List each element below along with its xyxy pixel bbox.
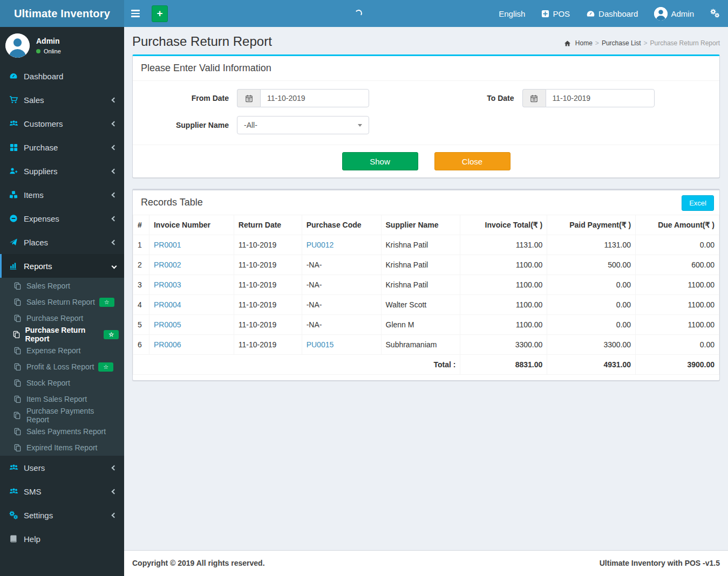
copy-icon	[12, 298, 22, 306]
calendar-icon	[237, 89, 260, 107]
filter-panel-title: Please Enter Valid Information	[133, 56, 719, 81]
reports-submenu: Sales Report Sales Return Report ☆ Purch…	[0, 278, 124, 456]
copy-icon	[12, 314, 22, 323]
breadcrumb-home[interactable]: Home	[575, 39, 593, 47]
users-icon	[8, 487, 19, 496]
sidebar-toggle-icon[interactable]	[124, 10, 147, 17]
brand-logo[interactable]: Ultimate Inventory	[0, 0, 124, 27]
sidebar-item-places[interactable]: Places	[0, 230, 124, 254]
from-date-input[interactable]	[260, 89, 369, 107]
submenu-sales-return-report[interactable]: Sales Return Report ☆	[0, 294, 124, 310]
users-icon	[8, 463, 19, 472]
sidebar-item-suppliers[interactable]: Suppliers	[0, 159, 124, 183]
copy-icon	[12, 412, 22, 420]
cart-icon	[8, 95, 19, 104]
submenu-purchase-return-report[interactable]: Purchase Return Report ☆	[0, 326, 124, 342]
chevron-left-icon	[112, 239, 117, 245]
top-navbar: + English POS Dashboard	[124, 0, 728, 27]
purchase-code-link[interactable]: PU0015	[307, 340, 334, 349]
avatar	[5, 33, 30, 58]
quick-add-button[interactable]: +	[152, 5, 168, 22]
supplier-select-value: -All-	[244, 121, 257, 129]
invoice-link[interactable]: PR0002	[154, 260, 181, 269]
copy-icon	[12, 444, 22, 452]
user-menu[interactable]: Admin	[646, 0, 702, 27]
total-paid: 4931.00	[547, 355, 636, 375]
invoice-link[interactable]: PR0005	[154, 320, 181, 329]
user-menu-label: Admin	[671, 9, 694, 18]
chevron-left-icon	[112, 489, 117, 494]
minus-circle-icon	[8, 214, 19, 223]
language-menu[interactable]: English	[491, 0, 533, 27]
filter-panel: Please Enter Valid Information From Date	[132, 54, 720, 178]
copy-icon	[12, 331, 21, 339]
sidebar-item-help[interactable]: Help	[0, 527, 124, 551]
submenu-sales-report[interactable]: Sales Report	[0, 278, 124, 294]
sidebar-item-items[interactable]: Items	[0, 183, 124, 207]
dashboard-label: Dashboard	[598, 9, 638, 18]
language-label: English	[499, 9, 525, 18]
pos-link[interactable]: POS	[533, 0, 578, 27]
user-status: Online	[44, 48, 61, 54]
invoice-link[interactable]: PR0006	[154, 340, 181, 349]
user-name: Admin	[36, 37, 61, 45]
home-icon	[564, 40, 571, 47]
to-date-label: To Date	[426, 94, 522, 102]
cubes-icon	[8, 190, 19, 199]
plus-square-icon	[541, 10, 549, 18]
chevron-down-icon	[112, 263, 117, 269]
sidebar-item-sms[interactable]: SMS	[0, 479, 124, 503]
users-icon	[8, 119, 19, 128]
show-button[interactable]: Show	[342, 152, 418, 170]
total-invoice: 8831.00	[460, 355, 547, 375]
bar-chart-icon	[8, 262, 19, 270]
dashboard-icon	[8, 72, 19, 80]
invoice-link[interactable]: PR0004	[154, 300, 181, 309]
to-date-input[interactable]	[546, 89, 655, 107]
chevron-left-icon	[112, 97, 117, 102]
page-title: Purchase Return Report	[132, 34, 272, 49]
submenu-purchase-report[interactable]: Purchase Report	[0, 310, 124, 326]
settings-menu[interactable]	[702, 0, 728, 27]
purchase-code-link[interactable]: PU0012	[307, 241, 334, 249]
navbar-right-menu: English POS Dashboard	[491, 0, 728, 27]
app-window: Ultimate Inventory + English POS	[0, 0, 728, 576]
submenu-item-sales-report[interactable]: Item Sales Report	[0, 391, 124, 407]
copy-icon	[12, 379, 22, 387]
copy-icon	[12, 428, 22, 436]
copy-icon	[12, 347, 22, 355]
invoice-link[interactable]: PR0003	[154, 280, 181, 289]
star-badge: ☆	[99, 298, 114, 307]
sidebar-item-users[interactable]: Users	[0, 456, 124, 479]
sidebar-item-expenses[interactable]: Expenses	[0, 207, 124, 230]
submenu-expense-report[interactable]: Expense Report	[0, 342, 124, 359]
chevron-left-icon	[112, 121, 117, 126]
excel-export-button[interactable]: Excel	[682, 195, 714, 211]
supplier-select[interactable]: -All-	[237, 116, 369, 134]
sidebar-item-sales[interactable]: Sales	[0, 88, 124, 112]
book-icon	[8, 534, 19, 543]
chevron-left-icon	[112, 465, 117, 470]
sidebar-item-dashboard[interactable]: Dashboard	[0, 64, 124, 88]
col-invoice-number: Invoice Number	[149, 215, 234, 235]
dashboard-link[interactable]: Dashboard	[578, 0, 646, 27]
close-button[interactable]: Close	[434, 152, 511, 170]
submenu-profit-loss-report[interactable]: Profit & Loss Report ☆	[0, 359, 124, 375]
submenu-purchase-payments-report[interactable]: Purchase Payments Report	[0, 407, 124, 423]
submenu-expired-items-report[interactable]: Expired Items Report	[0, 440, 124, 456]
avatar	[654, 7, 668, 20]
records-table: # Invoice Number Return Date Purchase Co…	[133, 215, 719, 375]
sidebar-item-purchase[interactable]: Purchase	[0, 135, 124, 159]
sidebar-item-customers[interactable]: Customers	[0, 112, 124, 135]
invoice-link[interactable]: PR0001	[154, 241, 181, 249]
table-header-row: # Invoice Number Return Date Purchase Co…	[133, 215, 719, 235]
sidebar-item-settings[interactable]: Settings	[0, 503, 124, 527]
calendar-icon	[522, 89, 546, 107]
copyright-text: Copyright © 2019 All rights reserved.	[132, 559, 265, 568]
breadcrumb-purchase-list[interactable]: Purchase List	[602, 39, 641, 47]
submenu-stock-report[interactable]: Stock Report	[0, 375, 124, 391]
pos-label: POS	[553, 9, 570, 18]
submenu-sales-payments-report[interactable]: Sales Payments Report	[0, 423, 124, 440]
sidebar-item-reports[interactable]: Reports	[0, 254, 124, 278]
breadcrumb-current: Purchase Return Report	[650, 39, 720, 47]
